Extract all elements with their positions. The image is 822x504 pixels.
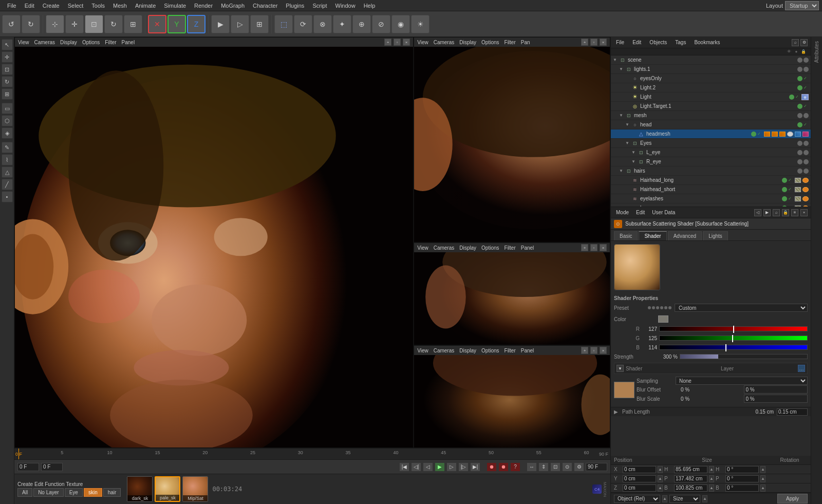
y-size-arrow[interactable]: ▲ bbox=[709, 475, 714, 482]
tab-lights[interactable]: Lights bbox=[703, 231, 728, 240]
eyelashes-tag2[interactable] bbox=[802, 196, 809, 201]
blur-offset-input[interactable] bbox=[744, 385, 808, 394]
vp-main-display[interactable]: Display bbox=[60, 40, 77, 45]
obj-row-head[interactable]: ▼ ○ head ✓ bbox=[611, 120, 811, 129]
snap-button[interactable]: ⊕ bbox=[352, 15, 371, 33]
vp-mr-cameras[interactable]: Cameras bbox=[434, 245, 455, 251]
vis-head[interactable] bbox=[797, 122, 802, 127]
obj-row-hairshort[interactable]: ≋ Hairhead_short ✓ bbox=[611, 185, 811, 194]
deform-button[interactable]: ⟳ bbox=[294, 15, 312, 33]
start-frame-input[interactable] bbox=[17, 463, 39, 471]
vis-headmesh[interactable] bbox=[751, 132, 756, 137]
vp-tr-ctrl1[interactable]: + bbox=[581, 39, 588, 46]
obj-row-mesh[interactable]: ▼ ⊡ mesh bbox=[611, 111, 811, 120]
render-button[interactable]: ▶ bbox=[211, 15, 230, 33]
vp-mr-view[interactable]: View bbox=[417, 245, 428, 251]
cameras-button[interactable]: ◉ bbox=[391, 15, 410, 33]
p-rot-input[interactable] bbox=[725, 475, 759, 482]
top-right-viewport[interactable]: View Cameras Display Options Filter Pan … bbox=[414, 37, 610, 242]
tool-move[interactable]: ✛ bbox=[2, 51, 13, 63]
render-region-button[interactable]: ▷ bbox=[231, 15, 249, 33]
rend-dot-scene[interactable] bbox=[804, 58, 809, 63]
vp-mr-filter[interactable]: Filter bbox=[505, 245, 516, 251]
shader-forward-icon[interactable]: ▶ bbox=[763, 209, 771, 216]
vp-tr-cameras[interactable]: Cameras bbox=[434, 40, 455, 45]
motion-btn3[interactable]: ⊡ bbox=[550, 462, 561, 472]
record-key-btn[interactable]: ⏺ bbox=[498, 462, 509, 472]
timeline-ruler[interactable]: 0 F 5 10 15 20 25 30 35 40 45 50 55 60 9… bbox=[14, 449, 610, 460]
vis-dot-scene[interactable] bbox=[797, 58, 802, 63]
vp-tr-view[interactable]: View bbox=[417, 40, 428, 45]
light-button[interactable]: ☀ bbox=[411, 15, 429, 33]
menu-character[interactable]: Character bbox=[249, 2, 282, 10]
shader-mode-btn[interactable]: Mode bbox=[614, 209, 631, 216]
obj-row-light2[interactable]: ☀ Light.2 ✓ bbox=[611, 83, 811, 92]
menu-help[interactable]: Help bbox=[360, 2, 380, 10]
obj-tags-btn[interactable]: Tags bbox=[673, 39, 688, 46]
mat-filter-skin[interactable]: skin bbox=[84, 488, 102, 497]
next-key-btn[interactable]: |▷ bbox=[458, 462, 469, 472]
layer-add-btn[interactable]: … bbox=[798, 365, 805, 372]
obj-row-lighttarget[interactable]: ◎ Light.Target.1 ✓ bbox=[611, 102, 811, 111]
rend-lighttarget[interactable]: ✓ bbox=[804, 104, 809, 109]
tab-shader[interactable]: Shader bbox=[639, 231, 666, 240]
x-pos-arrow[interactable]: ▲ bbox=[658, 466, 663, 473]
rend-light2[interactable]: ✓ bbox=[804, 85, 809, 90]
motion-btn2[interactable]: ⇕ bbox=[538, 462, 549, 472]
coord-system-arrow[interactable]: ▲ bbox=[662, 495, 667, 502]
sampling-dropdown[interactable]: None bbox=[676, 377, 808, 385]
shader-edit-btn[interactable]: Edit bbox=[634, 209, 647, 216]
color-swatch[interactable] bbox=[658, 315, 668, 323]
vp-br-display[interactable]: Display bbox=[459, 348, 476, 353]
x-size-input[interactable] bbox=[674, 466, 707, 473]
mat-edit-btn[interactable]: Edit bbox=[34, 481, 43, 487]
x-size-arrow[interactable]: ▲ bbox=[709, 466, 714, 473]
rend-reye[interactable] bbox=[804, 159, 809, 164]
headmesh-tag4[interactable] bbox=[787, 132, 793, 137]
auto-key-btn[interactable]: ? bbox=[510, 462, 520, 472]
obj-file-btn[interactable]: File bbox=[614, 39, 626, 46]
preset-dropdown[interactable]: Custom bbox=[675, 304, 808, 312]
vis-lighttarget[interactable] bbox=[797, 104, 802, 109]
motion-btn1[interactable]: ↔ bbox=[527, 462, 537, 472]
vis-eyelashes[interactable] bbox=[782, 196, 787, 201]
shader-menu-icon[interactable]: ≡ bbox=[791, 209, 798, 216]
vis-eyes[interactable] bbox=[797, 141, 802, 146]
x-pos-input[interactable] bbox=[623, 466, 656, 473]
vp-tr-display[interactable]: Display bbox=[459, 40, 476, 45]
obj-row-eyes[interactable]: ▼ ⊡ Eyes bbox=[611, 139, 811, 148]
redo-button[interactable]: ↻ bbox=[22, 15, 40, 33]
hairlong-tag1[interactable] bbox=[795, 178, 801, 183]
vp-mr-display[interactable]: Display bbox=[459, 245, 476, 251]
material-pale-skin[interactable]: pale_sk bbox=[155, 476, 180, 502]
vp-tr-ctrl3[interactable]: × bbox=[600, 39, 607, 46]
mat-filter-all[interactable]: All bbox=[17, 488, 32, 497]
vis-eyesonly[interactable] bbox=[797, 76, 802, 81]
shader-pin-icon[interactable]: × bbox=[800, 209, 808, 216]
b-rot-arrow[interactable]: ▲ bbox=[760, 484, 765, 492]
rend-leye[interactable] bbox=[804, 150, 809, 155]
transform-tool-button[interactable]: ⊞ bbox=[124, 15, 142, 33]
b-slider-track[interactable] bbox=[659, 345, 808, 350]
mat-filter-nolayer[interactable]: No Layer bbox=[33, 488, 64, 497]
rotate-tool-button[interactable]: ↻ bbox=[104, 15, 123, 33]
headmesh-tag5[interactable] bbox=[795, 132, 801, 137]
bot-right-viewport[interactable]: View Cameras Display Options Filter Pane… bbox=[414, 345, 610, 448]
size-mode-arrow[interactable]: ▲ bbox=[702, 495, 707, 502]
obj-row-light[interactable]: ☀ Light ✓ ⊕ bbox=[611, 92, 811, 102]
eyelashes-tag1[interactable] bbox=[795, 196, 801, 201]
vp-mr-ctrl1[interactable]: + bbox=[581, 244, 588, 251]
rend-eyesonly[interactable]: ✓ bbox=[804, 76, 809, 81]
rend-hairlong[interactable]: ✓ bbox=[788, 178, 793, 183]
goto-end-btn[interactable]: ▶| bbox=[470, 462, 480, 472]
goto-start-btn[interactable]: |◀ bbox=[399, 462, 409, 472]
y-pos-arrow[interactable]: ▲ bbox=[658, 475, 663, 482]
rend-head[interactable]: ✓ bbox=[804, 122, 809, 127]
hairshort-tag2[interactable] bbox=[802, 187, 809, 192]
rend-hairshort[interactable]: ✓ bbox=[788, 187, 793, 192]
shader-zoom-icon[interactable]: ⌕ bbox=[773, 209, 780, 216]
obj-row-eyesonly[interactable]: ○ eyesOnly ✓ bbox=[611, 74, 811, 83]
tool-point[interactable]: • bbox=[2, 191, 13, 202]
coord-system-dropdown[interactable]: Object (Rel) bbox=[614, 495, 660, 503]
menu-animate[interactable]: Animate bbox=[131, 2, 160, 10]
